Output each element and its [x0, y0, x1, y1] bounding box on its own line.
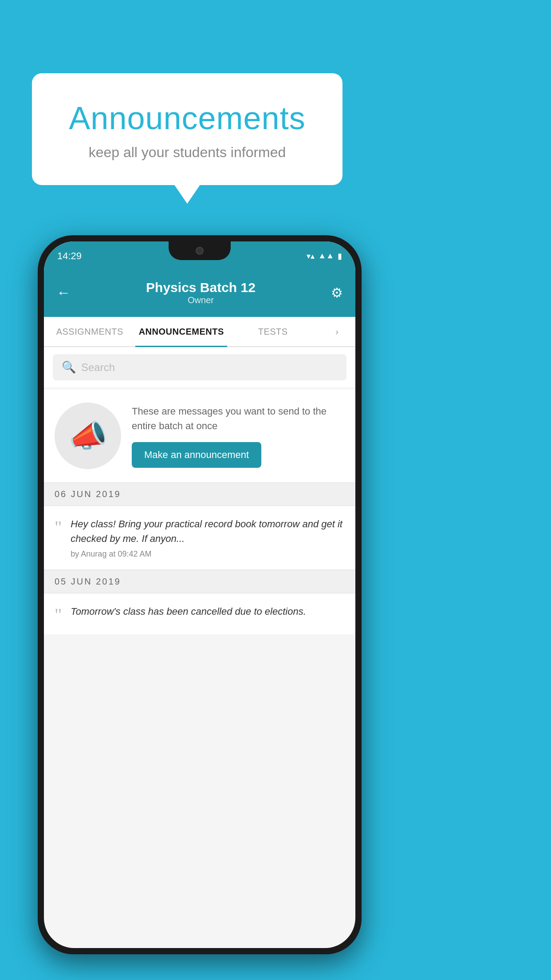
tabs-bar: ASSIGNMENTS ANNOUNCEMENTS TESTS ›	[44, 317, 355, 347]
speech-bubble-container: Announcements keep all your students inf…	[32, 73, 342, 185]
make-announcement-button[interactable]: Make an announcement	[132, 442, 261, 468]
speech-bubble-subtitle: keep all your students informed	[54, 144, 320, 161]
tab-assignments[interactable]: ASSIGNMENTS	[44, 317, 135, 346]
phone-notch	[169, 241, 231, 260]
date-separator-1: 06 JUN 2019	[44, 482, 355, 506]
signal-icon: ▲▲	[318, 251, 334, 261]
announcement-content: These are messages you want to send to t…	[132, 404, 345, 468]
announcement-promo-card: 📣 These are messages you want to send to…	[44, 389, 355, 482]
quote-icon-2: "	[55, 606, 62, 624]
tab-announcements[interactable]: ANNOUNCEMENTS	[135, 317, 227, 346]
search-container: 🔍 Search	[44, 347, 355, 387]
megaphone-icon: 📣	[69, 418, 107, 454]
back-button[interactable]: ←	[56, 285, 71, 301]
search-bar[interactable]: 🔍 Search	[53, 354, 346, 380]
announcement-item-2: " Tomorrow's class has been cancelled du…	[44, 593, 355, 634]
quote-icon-1: "	[55, 518, 62, 536]
screen-content: 14:29 ▾▴ ▲▲ ▮ ← Physics Batch 12 Owner ⚙	[44, 241, 355, 948]
phone-mockup: 14:29 ▾▴ ▲▲ ▮ ← Physics Batch 12 Owner ⚙	[38, 235, 362, 954]
search-icon: 🔍	[62, 360, 76, 374]
announcement-description: These are messages you want to send to t…	[132, 404, 345, 433]
speech-bubble-title: Announcements	[54, 100, 320, 136]
status-time: 14:29	[57, 250, 82, 262]
phone-screen: 14:29 ▾▴ ▲▲ ▮ ← Physics Batch 12 Owner ⚙	[44, 241, 355, 948]
date-separator-2: 05 JUN 2019	[44, 570, 355, 593]
status-icons: ▾▴ ▲▲ ▮	[307, 251, 342, 261]
battery-icon: ▮	[338, 251, 342, 261]
megaphone-circle: 📣	[55, 403, 121, 469]
search-input[interactable]: Search	[81, 361, 115, 374]
announcement-item-1: " Hey class! Bring your practical record…	[44, 506, 355, 570]
announcement-message-2: Tomorrow's class has been cancelled due …	[71, 604, 345, 619]
app-header: ← Physics Batch 12 Owner ⚙	[44, 268, 355, 317]
announcement-message-1: Hey class! Bring your practical record b…	[71, 517, 345, 546]
settings-button[interactable]: ⚙	[331, 285, 343, 300]
header-subtitle: Owner	[146, 295, 256, 305]
speech-bubble: Announcements keep all your students inf…	[32, 73, 342, 185]
tab-tests[interactable]: TESTS	[227, 317, 319, 346]
tab-more[interactable]: ›	[319, 317, 355, 346]
header-center: Physics Batch 12 Owner	[146, 280, 256, 305]
announcement-text-2: Tomorrow's class has been cancelled due …	[71, 604, 345, 622]
wifi-icon: ▾▴	[307, 251, 315, 261]
announcement-meta-1: by Anurag at 09:42 AM	[71, 549, 345, 559]
phone-outer: 14:29 ▾▴ ▲▲ ▮ ← Physics Batch 12 Owner ⚙	[38, 235, 362, 954]
header-title: Physics Batch 12	[146, 280, 256, 295]
announcement-text-1: Hey class! Bring your practical record b…	[71, 517, 345, 559]
camera-icon	[196, 247, 204, 255]
